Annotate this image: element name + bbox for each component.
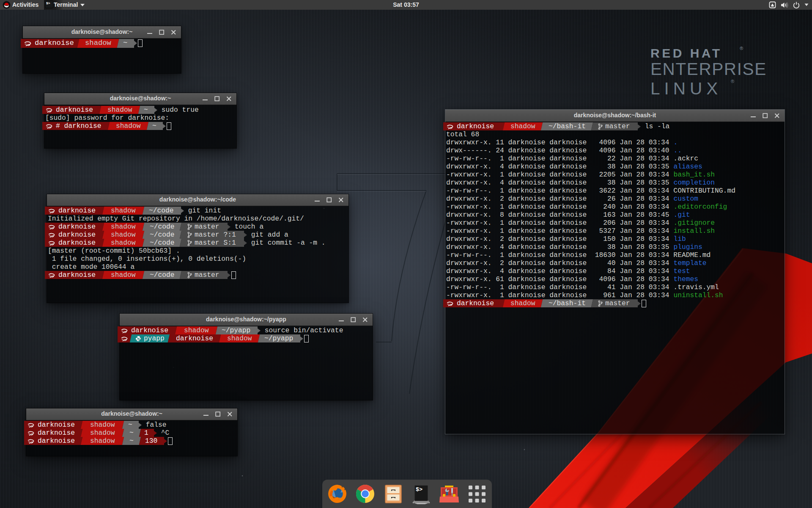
svg-text:®: ®: [740, 46, 743, 51]
svg-text:ENTERPRISE: ENTERPRISE: [650, 59, 767, 79]
svg-text:LINUX: LINUX: [650, 79, 722, 98]
svg-text:®: ®: [731, 79, 734, 84]
svg-text:RED HAT: RED HAT: [650, 46, 722, 60]
svg-text:$>: $>: [416, 486, 422, 493]
